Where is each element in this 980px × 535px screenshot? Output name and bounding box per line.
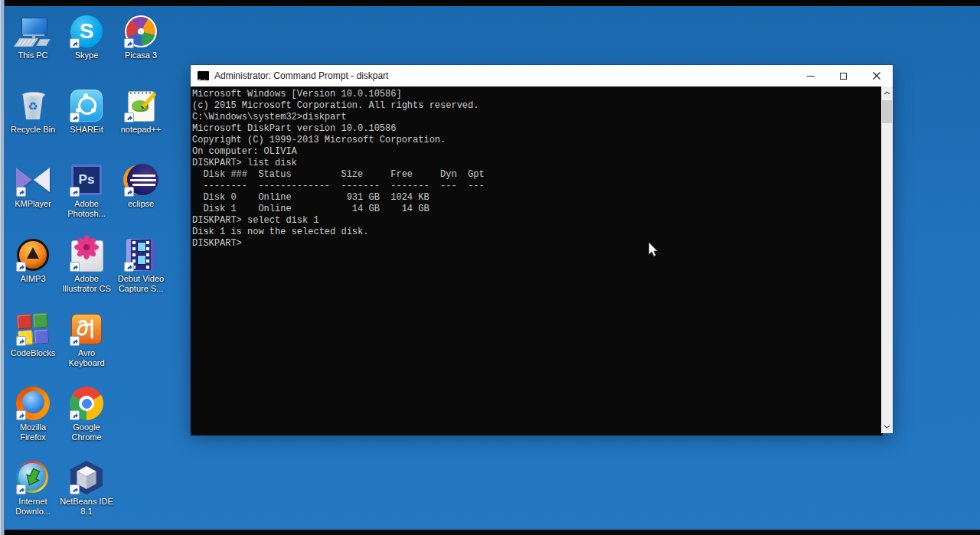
maximize-icon — [840, 73, 847, 80]
desktop-icon-shareit[interactable]: SHAREit — [59, 88, 114, 135]
netbeans-icon — [69, 460, 104, 495]
icon-label: NetBeans IDE 8.1 — [59, 497, 114, 517]
shortcut-arrow-icon — [124, 38, 134, 48]
desktop-icon-picasa[interactable]: Picasa 3 — [113, 14, 168, 60]
console-line: DISKPART> select disk 1 — [191, 215, 883, 227]
codeblocks-icon — [15, 312, 51, 347]
desktop-icon-aimp3[interactable]: AIMP3 — [5, 237, 60, 284]
flower-icon — [72, 234, 101, 263]
avro-keyboard-icon — [69, 312, 104, 347]
aimp3-icon — [15, 237, 51, 272]
console-line: Microsoft DiskPart version 10.0.10586 — [191, 123, 883, 135]
console-scrollbar[interactable] — [881, 86, 893, 433]
mouse-cursor — [648, 242, 658, 260]
recycle-bin-icon: ♻ — [15, 88, 51, 123]
this-pc-icon — [15, 14, 51, 49]
console-prompt-line: DISKPART> — [191, 238, 883, 250]
icon-label: Avro Keyboard — [59, 348, 114, 368]
desktop-icon-codeblocks[interactable]: CodeBlocks — [5, 312, 60, 358]
scroll-down-button[interactable] — [881, 420, 893, 433]
shortcut-arrow-icon — [16, 262, 26, 272]
icon-label: CodeBlocks — [5, 348, 60, 358]
letterbox-top — [5, 0, 980, 6]
icon-label: Mozilla Firefox — [5, 422, 60, 442]
photoshop-icon — [69, 162, 104, 197]
icon-label: Adobe Photosh... — [59, 199, 114, 219]
recycle-symbol-icon: ♻ — [15, 100, 51, 112]
close-button[interactable] — [860, 65, 893, 86]
minimize-button[interactable] — [794, 65, 827, 86]
firefox-icon — [15, 386, 51, 421]
desktop-icon-internet-download-manager[interactable]: Internet Downlo... — [5, 460, 60, 517]
shortcut-arrow-icon — [16, 187, 26, 197]
console-line: (c) 2015 Microsoft Corporation. All righ… — [191, 100, 883, 112]
shortcut-arrow-icon — [70, 484, 80, 494]
shortcut-arrow-icon — [16, 336, 26, 346]
shortcut-arrow-icon — [70, 262, 80, 272]
shortcut-arrow-icon — [70, 336, 80, 346]
skype-icon — [69, 14, 104, 49]
icon-label: AIMP3 — [5, 274, 60, 284]
console-line: Copyright (C) 1999-2013 Microsoft Corpor… — [191, 135, 883, 146]
disk-table-divider: -------- ------------- ------- ------- -… — [191, 181, 883, 192]
window-title: Administrator: Command Prompt - diskpart — [214, 65, 388, 86]
icon-label: eclipse — [113, 199, 168, 209]
kmplayer-icon — [15, 162, 51, 197]
icon-label: KMPlayer — [5, 199, 60, 209]
idm-icon — [15, 460, 51, 495]
desktop: This PC Skype Picasa 3 ♻ Recycle Bin SHA… — [0, 0, 980, 535]
shortcut-arrow-icon — [70, 187, 80, 197]
desktop-icon-eclipse[interactable]: eclipse — [113, 162, 168, 209]
desktop-icon-google-chrome[interactable]: Google Chrome — [59, 386, 114, 442]
shareit-icon — [69, 88, 104, 123]
disk-table-row: Disk 1 Online 14 GB 14 GB — [191, 204, 883, 215]
desktop-icon-avro-keyboard[interactable]: Avro Keyboard — [59, 312, 114, 368]
picasa-icon — [123, 14, 158, 49]
titlebar[interactable]: Administrator: Command Prompt - diskpart — [191, 65, 893, 86]
letterbox-bottom — [5, 530, 980, 535]
scroll-up-button[interactable] — [881, 86, 893, 99]
shortcut-arrow-icon — [16, 484, 26, 494]
illustrator-icon — [69, 237, 104, 272]
desktop-icon-adobe-photoshop[interactable]: Adobe Photosh... — [59, 162, 114, 219]
shortcut-arrow-icon — [70, 410, 80, 420]
shortcut-arrow-icon — [124, 187, 134, 197]
desktop-icon-kmplayer[interactable]: KMPlayer — [5, 162, 60, 209]
chevron-down-icon — [884, 425, 890, 429]
desktop-icon-this-pc[interactable]: This PC — [5, 14, 60, 60]
desktop-icon-notepad-plus-plus[interactable]: notepad++ — [113, 88, 168, 135]
console-line: DISKPART> list disk — [191, 158, 883, 169]
icon-label: Recycle Bin — [5, 125, 60, 135]
chrome-icon — [69, 386, 104, 421]
debut-icon — [123, 237, 158, 272]
scrollbar-thumb[interactable] — [882, 100, 892, 123]
console-line: Microsoft Windows [Version 10.0.10586] — [191, 89, 883, 100]
desktop-icon-netbeans[interactable]: NetBeans IDE 8.1 — [59, 460, 114, 517]
shortcut-arrow-icon — [70, 113, 80, 122]
desktop-icon-mozilla-firefox[interactable]: Mozilla Firefox — [5, 386, 60, 442]
icon-label: Skype — [59, 51, 114, 60]
icon-label: Picasa 3 — [113, 51, 168, 60]
maximize-button[interactable] — [827, 65, 860, 86]
console-output[interactable]: Microsoft Windows [Version 10.0.10586] (… — [191, 86, 883, 436]
minimize-icon — [807, 76, 815, 77]
desktop-icon-recycle-bin[interactable]: ♻ Recycle Bin — [5, 88, 60, 135]
console-line: On computer: OLIVIA — [191, 146, 883, 158]
close-icon — [872, 71, 881, 80]
icon-label: SHAREit — [59, 125, 114, 135]
notepad-plus-plus-icon — [123, 88, 158, 123]
desktop-icon-adobe-illustrator[interactable]: Adobe Illustrator CS — [59, 237, 114, 294]
shortcut-arrow-icon — [124, 113, 134, 122]
console-line: C:\Windows\system32>diskpart — [191, 112, 883, 123]
desktop-icon-debut-video-capture[interactable]: Debut Video Capture S... — [113, 237, 168, 294]
chevron-up-icon — [884, 91, 890, 95]
cmd-prompt-icon — [198, 71, 209, 80]
shortcut-arrow-icon — [70, 38, 80, 48]
icon-label: Debut Video Capture S... — [113, 274, 168, 294]
console-line: Disk 1 is now the selected disk. — [191, 227, 883, 238]
left-edge-strip — [0, 0, 5, 535]
command-prompt-window: Administrator: Command Prompt - diskpart… — [190, 64, 893, 432]
icon-label: Adobe Illustrator CS — [59, 274, 114, 294]
shortcut-arrow-icon — [16, 410, 26, 420]
desktop-icon-skype[interactable]: Skype — [59, 14, 114, 60]
